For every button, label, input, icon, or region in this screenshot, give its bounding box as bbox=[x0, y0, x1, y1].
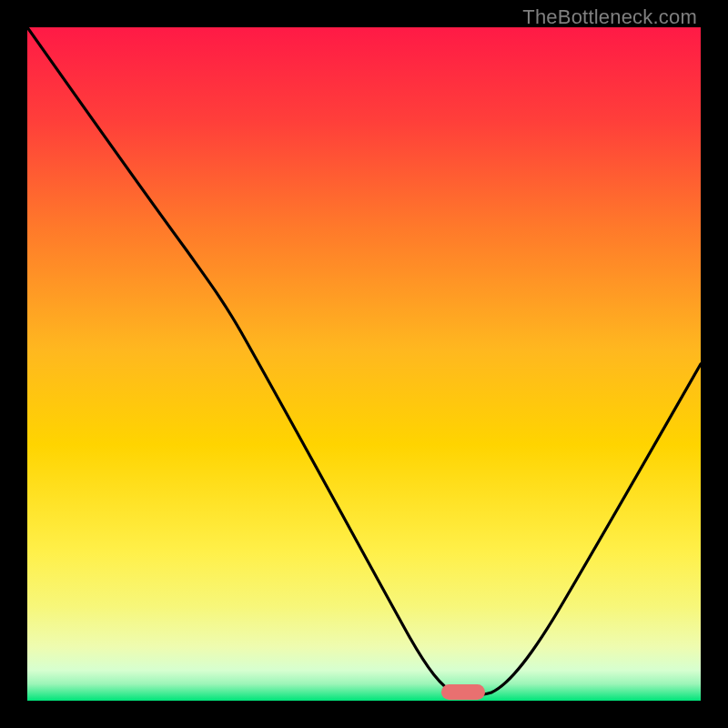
optimum-marker bbox=[441, 684, 485, 700]
chart-frame bbox=[27, 27, 701, 701]
plot-area bbox=[27, 27, 701, 701]
watermark-text: TheBottleneck.com bbox=[522, 5, 697, 29]
bottleneck-curve bbox=[27, 27, 701, 701]
